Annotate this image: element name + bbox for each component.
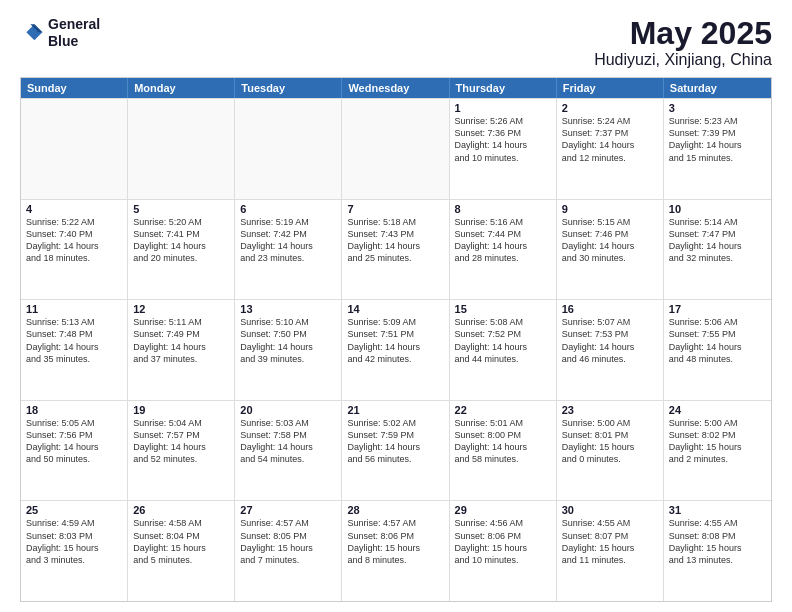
cal-cell-r3-c5: 23Sunrise: 5:00 AM Sunset: 8:01 PM Dayli… bbox=[557, 401, 664, 501]
calendar-body: 1Sunrise: 5:26 AM Sunset: 7:36 PM Daylig… bbox=[21, 98, 771, 601]
day-info: Sunrise: 5:13 AM Sunset: 7:48 PM Dayligh… bbox=[26, 316, 122, 365]
cal-cell-r2-c0: 11Sunrise: 5:13 AM Sunset: 7:48 PM Dayli… bbox=[21, 300, 128, 400]
cal-cell-r0-c6: 3Sunrise: 5:23 AM Sunset: 7:39 PM Daylig… bbox=[664, 99, 771, 199]
day-number: 8 bbox=[455, 203, 551, 215]
day-number: 10 bbox=[669, 203, 766, 215]
day-info: Sunrise: 4:58 AM Sunset: 8:04 PM Dayligh… bbox=[133, 517, 229, 566]
cal-row-3: 18Sunrise: 5:05 AM Sunset: 7:56 PM Dayli… bbox=[21, 400, 771, 501]
calendar-subtitle: Hudiyuzi, Xinjiang, China bbox=[594, 51, 772, 69]
cal-cell-r4-c3: 28Sunrise: 4:57 AM Sunset: 8:06 PM Dayli… bbox=[342, 501, 449, 601]
day-number: 17 bbox=[669, 303, 766, 315]
weekday-tuesday: Tuesday bbox=[235, 78, 342, 98]
day-info: Sunrise: 5:09 AM Sunset: 7:51 PM Dayligh… bbox=[347, 316, 443, 365]
cal-cell-r4-c2: 27Sunrise: 4:57 AM Sunset: 8:05 PM Dayli… bbox=[235, 501, 342, 601]
day-info: Sunrise: 5:16 AM Sunset: 7:44 PM Dayligh… bbox=[455, 216, 551, 265]
cal-cell-r1-c6: 10Sunrise: 5:14 AM Sunset: 7:47 PM Dayli… bbox=[664, 200, 771, 300]
day-info: Sunrise: 5:23 AM Sunset: 7:39 PM Dayligh… bbox=[669, 115, 766, 164]
day-info: Sunrise: 5:06 AM Sunset: 7:55 PM Dayligh… bbox=[669, 316, 766, 365]
day-info: Sunrise: 4:56 AM Sunset: 8:06 PM Dayligh… bbox=[455, 517, 551, 566]
cal-cell-r1-c2: 6Sunrise: 5:19 AM Sunset: 7:42 PM Daylig… bbox=[235, 200, 342, 300]
weekday-sunday: Sunday bbox=[21, 78, 128, 98]
day-number: 28 bbox=[347, 504, 443, 516]
day-info: Sunrise: 5:19 AM Sunset: 7:42 PM Dayligh… bbox=[240, 216, 336, 265]
cal-row-1: 4Sunrise: 5:22 AM Sunset: 7:40 PM Daylig… bbox=[21, 199, 771, 300]
cal-cell-r0-c2 bbox=[235, 99, 342, 199]
day-info: Sunrise: 5:00 AM Sunset: 8:02 PM Dayligh… bbox=[669, 417, 766, 466]
day-info: Sunrise: 5:07 AM Sunset: 7:53 PM Dayligh… bbox=[562, 316, 658, 365]
day-info: Sunrise: 4:59 AM Sunset: 8:03 PM Dayligh… bbox=[26, 517, 122, 566]
cal-cell-r4-c1: 26Sunrise: 4:58 AM Sunset: 8:04 PM Dayli… bbox=[128, 501, 235, 601]
day-info: Sunrise: 4:55 AM Sunset: 8:08 PM Dayligh… bbox=[669, 517, 766, 566]
cal-cell-r2-c6: 17Sunrise: 5:06 AM Sunset: 7:55 PM Dayli… bbox=[664, 300, 771, 400]
day-info: Sunrise: 5:20 AM Sunset: 7:41 PM Dayligh… bbox=[133, 216, 229, 265]
day-number: 25 bbox=[26, 504, 122, 516]
day-info: Sunrise: 4:57 AM Sunset: 8:06 PM Dayligh… bbox=[347, 517, 443, 566]
day-number: 22 bbox=[455, 404, 551, 416]
day-info: Sunrise: 5:05 AM Sunset: 7:56 PM Dayligh… bbox=[26, 417, 122, 466]
weekday-monday: Monday bbox=[128, 78, 235, 98]
day-info: Sunrise: 5:24 AM Sunset: 7:37 PM Dayligh… bbox=[562, 115, 658, 164]
cal-cell-r4-c4: 29Sunrise: 4:56 AM Sunset: 8:06 PM Dayli… bbox=[450, 501, 557, 601]
day-number: 4 bbox=[26, 203, 122, 215]
day-info: Sunrise: 5:04 AM Sunset: 7:57 PM Dayligh… bbox=[133, 417, 229, 466]
weekday-saturday: Saturday bbox=[664, 78, 771, 98]
day-info: Sunrise: 5:14 AM Sunset: 7:47 PM Dayligh… bbox=[669, 216, 766, 265]
day-number: 9 bbox=[562, 203, 658, 215]
day-info: Sunrise: 4:57 AM Sunset: 8:05 PM Dayligh… bbox=[240, 517, 336, 566]
day-number: 18 bbox=[26, 404, 122, 416]
day-number: 19 bbox=[133, 404, 229, 416]
logo: General Blue bbox=[20, 16, 100, 50]
cal-row-2: 11Sunrise: 5:13 AM Sunset: 7:48 PM Dayli… bbox=[21, 299, 771, 400]
day-info: Sunrise: 5:01 AM Sunset: 8:00 PM Dayligh… bbox=[455, 417, 551, 466]
day-number: 31 bbox=[669, 504, 766, 516]
day-number: 14 bbox=[347, 303, 443, 315]
calendar-title: May 2025 bbox=[594, 16, 772, 51]
day-number: 6 bbox=[240, 203, 336, 215]
cal-cell-r0-c5: 2Sunrise: 5:24 AM Sunset: 7:37 PM Daylig… bbox=[557, 99, 664, 199]
cal-cell-r3-c2: 20Sunrise: 5:03 AM Sunset: 7:58 PM Dayli… bbox=[235, 401, 342, 501]
logo-text: General Blue bbox=[48, 16, 100, 50]
page: General Blue May 2025 Hudiyuzi, Xinjiang… bbox=[0, 0, 792, 612]
cal-cell-r2-c4: 15Sunrise: 5:08 AM Sunset: 7:52 PM Dayli… bbox=[450, 300, 557, 400]
day-info: Sunrise: 5:03 AM Sunset: 7:58 PM Dayligh… bbox=[240, 417, 336, 466]
day-info: Sunrise: 5:08 AM Sunset: 7:52 PM Dayligh… bbox=[455, 316, 551, 365]
cal-cell-r1-c0: 4Sunrise: 5:22 AM Sunset: 7:40 PM Daylig… bbox=[21, 200, 128, 300]
logo-line1: General bbox=[48, 16, 100, 33]
cal-cell-r3-c0: 18Sunrise: 5:05 AM Sunset: 7:56 PM Dayli… bbox=[21, 401, 128, 501]
logo-line2: Blue bbox=[48, 33, 100, 50]
cal-cell-r0-c3 bbox=[342, 99, 449, 199]
cal-cell-r2-c2: 13Sunrise: 5:10 AM Sunset: 7:50 PM Dayli… bbox=[235, 300, 342, 400]
day-number: 2 bbox=[562, 102, 658, 114]
cal-cell-r0-c1 bbox=[128, 99, 235, 199]
weekday-wednesday: Wednesday bbox=[342, 78, 449, 98]
day-number: 11 bbox=[26, 303, 122, 315]
cal-cell-r2-c1: 12Sunrise: 5:11 AM Sunset: 7:49 PM Dayli… bbox=[128, 300, 235, 400]
day-info: Sunrise: 5:15 AM Sunset: 7:46 PM Dayligh… bbox=[562, 216, 658, 265]
cal-cell-r0-c0 bbox=[21, 99, 128, 199]
day-number: 21 bbox=[347, 404, 443, 416]
calendar: Sunday Monday Tuesday Wednesday Thursday… bbox=[20, 77, 772, 602]
cal-cell-r3-c1: 19Sunrise: 5:04 AM Sunset: 7:57 PM Dayli… bbox=[128, 401, 235, 501]
calendar-header: Sunday Monday Tuesday Wednesday Thursday… bbox=[21, 78, 771, 98]
day-info: Sunrise: 5:22 AM Sunset: 7:40 PM Dayligh… bbox=[26, 216, 122, 265]
day-info: Sunrise: 5:00 AM Sunset: 8:01 PM Dayligh… bbox=[562, 417, 658, 466]
day-number: 12 bbox=[133, 303, 229, 315]
title-area: May 2025 Hudiyuzi, Xinjiang, China bbox=[594, 16, 772, 69]
cal-cell-r1-c1: 5Sunrise: 5:20 AM Sunset: 7:41 PM Daylig… bbox=[128, 200, 235, 300]
cal-cell-r4-c6: 31Sunrise: 4:55 AM Sunset: 8:08 PM Dayli… bbox=[664, 501, 771, 601]
day-number: 26 bbox=[133, 504, 229, 516]
day-number: 20 bbox=[240, 404, 336, 416]
cal-cell-r0-c4: 1Sunrise: 5:26 AM Sunset: 7:36 PM Daylig… bbox=[450, 99, 557, 199]
day-number: 3 bbox=[669, 102, 766, 114]
cal-row-4: 25Sunrise: 4:59 AM Sunset: 8:03 PM Dayli… bbox=[21, 500, 771, 601]
day-info: Sunrise: 5:26 AM Sunset: 7:36 PM Dayligh… bbox=[455, 115, 551, 164]
cal-cell-r3-c4: 22Sunrise: 5:01 AM Sunset: 8:00 PM Dayli… bbox=[450, 401, 557, 501]
day-number: 7 bbox=[347, 203, 443, 215]
day-info: Sunrise: 4:55 AM Sunset: 8:07 PM Dayligh… bbox=[562, 517, 658, 566]
day-number: 5 bbox=[133, 203, 229, 215]
header: General Blue May 2025 Hudiyuzi, Xinjiang… bbox=[20, 16, 772, 69]
day-info: Sunrise: 5:02 AM Sunset: 7:59 PM Dayligh… bbox=[347, 417, 443, 466]
day-number: 1 bbox=[455, 102, 551, 114]
day-number: 30 bbox=[562, 504, 658, 516]
day-number: 29 bbox=[455, 504, 551, 516]
